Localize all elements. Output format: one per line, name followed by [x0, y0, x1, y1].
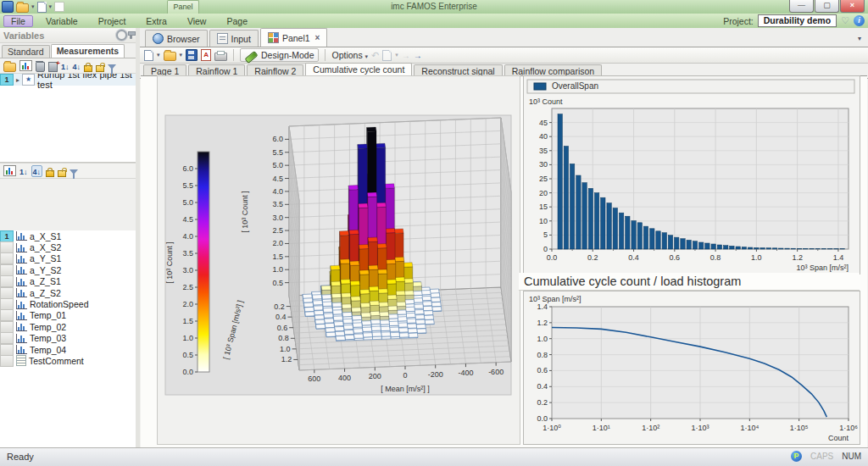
svg-text:1·10²: 1·10²	[642, 424, 659, 432]
variable-row[interactable]: 1a_X_S1	[0, 230, 136, 241]
sort-1-icon[interactable]	[19, 166, 28, 176]
expand-arrow-icon[interactable]: ▸	[16, 76, 19, 84]
doc-tab-browser[interactable]: Browser	[145, 30, 208, 47]
svg-text:1·10⁴: 1·10⁴	[740, 424, 759, 432]
cumulative-curve-widget[interactable]: 10³ Span [m/s²]0.00.20.40.60.81.01.21.41…	[523, 291, 860, 445]
gear-icon[interactable]	[116, 30, 127, 41]
variable-index-badge	[0, 332, 14, 344]
svg-text:1·10⁰: 1·10⁰	[542, 424, 561, 432]
info-icon[interactable]: i	[854, 15, 865, 26]
sort-1-icon[interactable]	[61, 61, 70, 71]
filter-icon[interactable]	[70, 169, 78, 175]
filter-icon[interactable]	[108, 64, 116, 69]
menu-item-page[interactable]: Page	[219, 15, 255, 27]
star-icon[interactable]: ★	[22, 74, 35, 86]
unlock-icon[interactable]	[96, 65, 104, 72]
variable-row[interactable]: a_Z_S2	[0, 287, 136, 298]
histogram-icon	[16, 288, 27, 297]
close-button[interactable]: ×	[840, 0, 865, 13]
tab-overflow-caret-icon[interactable]: ▾	[858, 35, 861, 42]
svg-text:600: 600	[308, 374, 320, 383]
menu-item-file[interactable]: File	[3, 15, 33, 27]
pdf-export-icon[interactable]: A	[201, 49, 211, 61]
svg-text:2.5: 2.5	[272, 226, 283, 235]
favorites-icon[interactable]: ♡	[841, 15, 849, 26]
maximize-button[interactable]: ▢	[815, 0, 839, 13]
doc-tab-input[interactable]: Input	[209, 30, 259, 47]
svg-text:OverallSpan: OverallSpan	[552, 81, 598, 91]
svg-text:0.8: 0.8	[710, 253, 721, 262]
menu-bar: FileVariableProjectExtraViewPage Project…	[0, 14, 868, 29]
lock-icon[interactable]	[46, 170, 54, 177]
svg-text:0.5: 0.5	[182, 351, 193, 359]
options-button[interactable]: Options ▾	[331, 50, 368, 60]
svg-text:40: 40	[539, 132, 548, 141]
chart-icon[interactable]	[3, 165, 16, 176]
export-icon[interactable]: →	[414, 51, 422, 60]
variable-row[interactable]: a_Z_S1	[0, 276, 136, 287]
variable-row[interactable]: RotationSpeed	[0, 298, 136, 309]
overall-span-chart-widget[interactable]: OverallSpan10³ Count0510152025303540450.…	[523, 75, 860, 275]
paste-page-caret-icon[interactable]: ▾	[395, 52, 398, 58]
section-title: Cumulative cycle count / load histogram	[519, 273, 860, 291]
svg-text:0.4: 0.4	[628, 253, 639, 262]
sort-4-icon[interactable]	[31, 165, 43, 177]
project-value[interactable]: Durability demo	[758, 14, 837, 27]
close-tab-icon[interactable]: ×	[315, 33, 320, 42]
svg-text:200: 200	[369, 372, 381, 380]
open-panel-caret-icon[interactable]: ▾	[180, 52, 183, 58]
folder-open-icon[interactable]	[3, 63, 16, 72]
undo-icon[interactable]: ↶	[371, 51, 379, 60]
svg-text:1.0: 1.0	[280, 345, 291, 353]
menu-item-variable[interactable]: Variable	[38, 15, 86, 27]
chart-icon[interactable]	[19, 60, 32, 71]
measurement-row[interactable]: 1▸★Runup 1st flex pipe 1st test	[0, 74, 136, 86]
histogram-icon	[16, 277, 27, 286]
variable-row[interactable]: a_X_S2	[0, 241, 136, 252]
import-icon[interactable]: →	[402, 51, 410, 60]
unlock-icon[interactable]	[58, 170, 66, 177]
variable-label: TestComment	[29, 356, 84, 366]
lock-icon[interactable]	[84, 65, 92, 72]
trash-all-icon[interactable]	[48, 62, 58, 72]
svg-text:0.2: 0.2	[537, 398, 548, 407]
svg-text:35: 35	[539, 147, 548, 155]
new-page-icon[interactable]	[144, 50, 153, 61]
sort-4-icon[interactable]	[73, 61, 81, 71]
svg-text:5.0: 5.0	[272, 161, 283, 169]
save-icon[interactable]	[186, 49, 198, 61]
svg-text:0.6: 0.6	[670, 253, 681, 262]
minimize-button[interactable]: —	[789, 0, 814, 13]
3d-histogram-widget[interactable]: 0.00.51.01.52.02.53.03.54.04.55.05.56.0[…	[157, 75, 520, 445]
svg-text:1.0: 1.0	[182, 334, 193, 342]
new-page-caret-icon[interactable]: ▾	[157, 52, 160, 58]
svg-text:1·10³: 1·10³	[691, 424, 709, 432]
menu-item-extra[interactable]: Extra	[138, 15, 175, 27]
pin-icon[interactable]	[130, 31, 132, 39]
menu-item-project[interactable]: Project	[91, 15, 134, 27]
svg-text:[ 10³ Count ]: [ 10³ Count ]	[241, 191, 249, 233]
variable-row[interactable]: Temp_03	[0, 333, 136, 344]
trash-icon[interactable]	[36, 62, 45, 72]
variable-row[interactable]: a_Y_S2	[0, 264, 136, 275]
variable-row[interactable]: Temp_02	[0, 321, 136, 332]
variable-row[interactable]: TestComment	[0, 355, 136, 366]
paste-page-icon[interactable]	[382, 50, 392, 61]
svg-text:0.0: 0.0	[547, 253, 558, 262]
menu-item-view[interactable]: View	[180, 15, 214, 27]
doc-tab-panel1[interactable]: Panel1×	[260, 28, 328, 47]
open-panel-icon[interactable]	[164, 52, 176, 61]
variables-tab-measurements[interactable]: Measurements	[51, 44, 125, 58]
svg-text:1·10⁶: 1·10⁶	[839, 424, 858, 432]
variables-tab-standard[interactable]: Standard	[2, 45, 50, 58]
print-icon[interactable]	[214, 53, 227, 61]
svg-text:0.0: 0.0	[182, 368, 193, 376]
svg-text:1.2: 1.2	[281, 355, 292, 363]
svg-text:10: 10	[539, 217, 548, 225]
svg-text:-200: -200	[428, 370, 443, 379]
variable-row[interactable]: Temp_04	[0, 344, 136, 355]
doc-tab-label: Input	[231, 34, 251, 44]
design-mode-button[interactable]: Design-Mode	[240, 48, 319, 62]
variable-row[interactable]: a_Y_S1	[0, 253, 136, 264]
variable-row[interactable]: Temp_01	[0, 310, 136, 321]
